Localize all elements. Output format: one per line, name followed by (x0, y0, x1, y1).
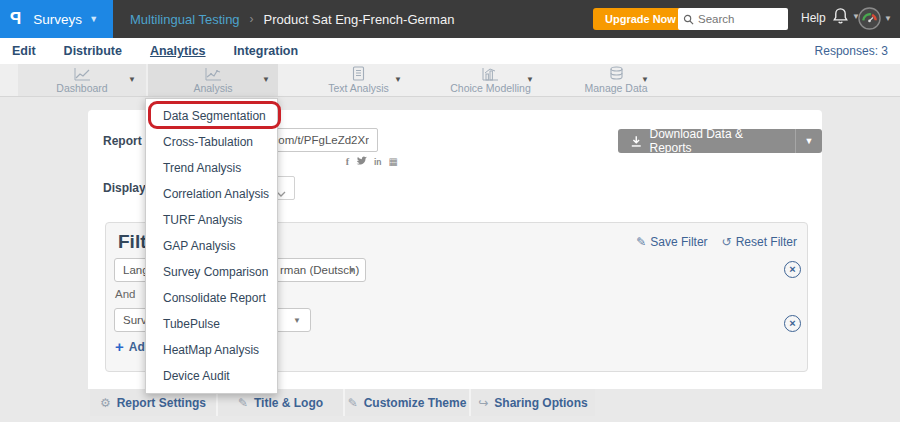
share-icons-row: f in ▦ (323, 156, 398, 167)
twitter-icon[interactable] (356, 156, 367, 167)
facebook-icon[interactable]: f (346, 157, 349, 167)
global-search (678, 8, 788, 30)
breadcrumb: Multilingual Testing › Product Sat Eng-F… (130, 0, 454, 38)
menu-item-tubepulse[interactable]: TubePulse (146, 311, 277, 337)
tab-label: Customize Theme (364, 396, 467, 410)
plus-icon: + (115, 340, 124, 354)
analysis-dropdown-menu: Data Segmentation Cross-Tabulation Trend… (145, 98, 278, 394)
tab-label: Title & Logo (254, 396, 323, 410)
breadcrumb-separator-icon: › (250, 12, 254, 26)
chevron-down-icon: ▼ (348, 266, 356, 275)
reset-filter-link[interactable]: ↺ Reset Filter (722, 235, 797, 249)
menu-item-correlation-analysis[interactable]: Correlation Analysis (146, 181, 277, 207)
download-options-caret[interactable]: ▼ (795, 129, 822, 153)
menu-item-trend-analysis[interactable]: Trend Analysis (146, 155, 277, 181)
save-filter-label: Save Filter (650, 235, 707, 249)
survey-nav: Edit Distribute Analytics Integration Re… (0, 38, 900, 64)
choice-modelling-dropdown-caret[interactable]: ▼ (526, 75, 534, 84)
remove-filter-row-button[interactable]: × (784, 261, 801, 278)
breadcrumb-current: Product Sat Eng-French-German (264, 12, 455, 27)
menu-item-turf-analysis[interactable]: TURF Analysis (146, 207, 277, 233)
surveys-menu[interactable]: P Surveys ▼ (0, 0, 113, 38)
text-analysis-dropdown-caret[interactable]: ▼ (394, 75, 402, 84)
chevron-down-icon: ▼ (89, 14, 98, 24)
toolbar-button-label: Manage Data (584, 82, 647, 94)
top-bar: P Surveys ▼ Multilingual Testing › Produ… (0, 0, 900, 38)
search-input[interactable] (698, 13, 778, 25)
toolbar-choice-modelling-button[interactable]: Choice Modelling (428, 64, 553, 96)
nav-tab-edit[interactable]: Edit (12, 42, 36, 60)
product-label: Surveys (33, 12, 82, 27)
menu-item-cross-tabulation[interactable]: Cross-Tabulation (146, 129, 277, 155)
tab-sharing-options[interactable]: ↪ Sharing Options (471, 389, 595, 416)
download-data-reports-button[interactable]: Download Data & Reports (618, 129, 795, 153)
save-filter-link[interactable]: ✎ Save Filter (636, 235, 707, 249)
pencil-icon: ✎ (348, 396, 358, 410)
toolbar-analysis-button[interactable]: Analysis (148, 64, 278, 96)
qr-code-icon[interactable]: ▦ (389, 157, 398, 167)
search-icon (683, 14, 694, 25)
upgrade-now-button[interactable]: Upgrade Now (593, 8, 688, 30)
toolbar-dashboard-button[interactable]: Dashboard (18, 64, 146, 96)
avatar (858, 7, 881, 30)
gears-icon: ⚙ (100, 396, 111, 410)
menu-item-consolidate-report[interactable]: Consolidate Report (146, 285, 277, 311)
display-label: Display (103, 181, 146, 195)
bar-chart-icon (482, 67, 499, 81)
download-icon (630, 135, 643, 148)
nav-tab-analytics[interactable]: Analytics (150, 42, 206, 60)
document-icon (352, 66, 365, 81)
chevron-down-icon: ▼ (293, 316, 301, 325)
database-icon (609, 66, 624, 81)
dashboard-dropdown-caret[interactable]: ▼ (128, 75, 136, 84)
nav-tab-integration[interactable]: Integration (234, 42, 299, 60)
toolbar-text-analysis-button[interactable]: Text Analysis (296, 64, 421, 96)
toolbar-manage-data-button[interactable]: Manage Data (560, 64, 672, 96)
tab-label: Report Settings (117, 396, 206, 410)
linkedin-icon[interactable]: in (374, 157, 382, 167)
menu-item-heatmap-analysis[interactable]: HeatMap Analysis (146, 337, 277, 363)
menu-item-data-segmentation[interactable]: Data Segmentation (146, 103, 277, 129)
brand-logo-icon: P (10, 9, 21, 29)
download-data-reports-split-button: Download Data & Reports ▼ (618, 129, 822, 153)
reset-icon: ↺ (722, 235, 732, 249)
tab-customize-theme[interactable]: ✎ Customize Theme (345, 389, 471, 416)
filter-conjunction: And (115, 288, 135, 300)
chevron-down-icon: ▼ (884, 14, 892, 23)
responses-count[interactable]: Responses: 3 (815, 44, 888, 58)
tab-label: Sharing Options (494, 396, 587, 410)
share-arrow-icon: ↪ (478, 396, 488, 410)
toolbar-button-label: Analysis (193, 82, 232, 94)
pencil-icon: ✎ (238, 396, 248, 410)
menu-item-gap-analysis[interactable]: GAP Analysis (146, 233, 277, 259)
analytics-toolbar: Dashboard ▼ Analysis ▼ Text Analysis ▼ C… (0, 64, 900, 97)
remove-filter-row-button[interactable]: × (784, 315, 801, 332)
toolbar-button-label: Dashboard (56, 82, 107, 94)
scatter-chart-icon (205, 67, 222, 81)
manage-data-dropdown-caret[interactable]: ▼ (641, 75, 649, 84)
bell-icon (832, 7, 849, 25)
breadcrumb-parent-link[interactable]: Multilingual Testing (130, 12, 240, 27)
pencil-icon: ✎ (636, 235, 646, 249)
analysis-dropdown-caret[interactable]: ▼ (262, 75, 270, 84)
notifications-menu[interactable]: ▼ (832, 7, 860, 25)
toolbar-button-label: Choice Modelling (450, 82, 531, 94)
line-chart-icon (74, 67, 91, 81)
reset-filter-label: Reset Filter (736, 235, 797, 249)
download-button-label: Download Data & Reports (650, 127, 783, 155)
menu-item-device-audit[interactable]: Device Audit (146, 363, 277, 389)
menu-item-survey-comparison[interactable]: Survey Comparison (146, 259, 277, 285)
help-link[interactable]: Help (801, 11, 826, 25)
nav-tab-distribute[interactable]: Distribute (64, 42, 122, 60)
report-label: Report (103, 134, 142, 148)
account-menu[interactable]: ▼ (858, 7, 892, 30)
toolbar-button-label: Text Analysis (328, 82, 389, 94)
app-screen: P Surveys ▼ Multilingual Testing › Produ… (0, 0, 900, 422)
